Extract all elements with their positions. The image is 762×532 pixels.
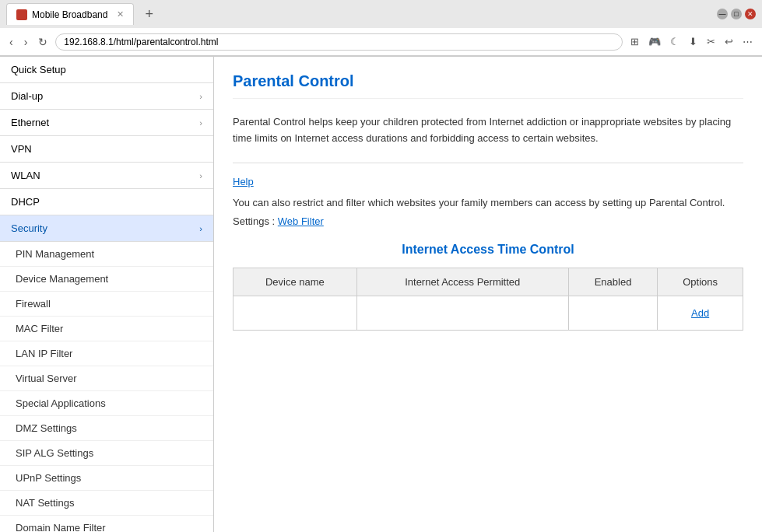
divider bbox=[233, 163, 743, 163]
sidebar-item-quick-setup[interactable]: Quick Setup bbox=[0, 57, 213, 83]
sub-item-pin-management[interactable]: PIN Management bbox=[0, 242, 213, 267]
help-link[interactable]: Help bbox=[233, 176, 254, 187]
download-icon[interactable]: ⬇ bbox=[686, 34, 701, 49]
sub-item-device-management[interactable]: Device Management bbox=[0, 267, 213, 292]
col-enabled: Enabled bbox=[568, 268, 657, 296]
cell-enabled bbox=[568, 296, 657, 331]
col-options: Options bbox=[658, 268, 743, 296]
address-bar: ‹ › ↻ ⊞ 🎮 ☾ ⬇ ✂ ↩ ⋯ bbox=[0, 28, 762, 56]
browser-chrome: Mobile Broadband ✕ + — □ ✕ ‹ › ↻ ⊞ 🎮 ☾ ⬇… bbox=[0, 0, 762, 57]
sub-item-domain-name-filter[interactable]: Domain Name Filter bbox=[0, 516, 213, 532]
toolbar-icons: ⊞ 🎮 ☾ ⬇ ✂ ↩ ⋯ bbox=[627, 34, 756, 49]
forward-button[interactable]: › bbox=[21, 34, 31, 50]
sub-item-firewall[interactable]: Firewall bbox=[0, 292, 213, 317]
chevron-icon: › bbox=[199, 92, 202, 101]
sidebar: Quick Setup Dial-up › Ethernet › VPN WLA… bbox=[0, 57, 214, 532]
new-tab-button[interactable]: + bbox=[140, 6, 158, 23]
url-input[interactable] bbox=[55, 33, 623, 51]
cell-internet-access bbox=[356, 296, 568, 331]
sidebar-item-dhcp[interactable]: DHCP bbox=[0, 189, 213, 215]
sub-item-mac-filter[interactable]: MAC Filter bbox=[0, 317, 213, 341]
main-layout: Quick Setup Dial-up › Ethernet › VPN WLA… bbox=[0, 57, 762, 532]
access-time-table: Device name Internet Access Permitted En… bbox=[233, 268, 743, 331]
web-filter-link[interactable]: Web Filter bbox=[278, 215, 324, 227]
sub-item-virtual-server[interactable]: Virtual Server bbox=[0, 366, 213, 391]
sub-item-lan-ip-filter[interactable]: LAN IP Filter bbox=[0, 341, 213, 366]
cell-device-name bbox=[234, 296, 357, 331]
col-internet-access: Internet Access Permitted bbox=[356, 268, 568, 296]
chevron-icon: › bbox=[199, 171, 202, 180]
profile-icon[interactable]: 🎮 bbox=[645, 34, 664, 49]
tab-title: Mobile Broadband bbox=[32, 9, 107, 20]
page-title: Parental Control bbox=[233, 72, 743, 99]
tab-favicon bbox=[16, 9, 27, 20]
undo-icon[interactable]: ↩ bbox=[722, 34, 736, 49]
sidebar-item-security[interactable]: Security › bbox=[0, 215, 213, 242]
settings-line: Settings : Web Filter bbox=[233, 215, 743, 227]
content-area: Parental Control Parental Control helps … bbox=[214, 57, 762, 532]
sidebar-item-ethernet[interactable]: Ethernet › bbox=[0, 110, 213, 136]
table-section-title: Internet Access Time Control bbox=[233, 243, 743, 257]
settings-prefix: Settings : bbox=[233, 215, 278, 227]
maximize-button[interactable]: □ bbox=[731, 9, 742, 19]
tab-close-button[interactable]: ✕ bbox=[117, 9, 124, 19]
add-link[interactable]: Add bbox=[691, 307, 709, 319]
moon-icon[interactable]: ☾ bbox=[667, 34, 683, 49]
refresh-button[interactable]: ↻ bbox=[35, 34, 51, 50]
minimize-button[interactable]: — bbox=[717, 9, 728, 19]
title-bar: Mobile Broadband ✕ + — □ ✕ bbox=[0, 0, 762, 28]
browser-tab[interactable]: Mobile Broadband ✕ bbox=[6, 3, 134, 25]
sidebar-item-wlan[interactable]: WLAN › bbox=[0, 163, 213, 189]
window-controls: — □ ✕ bbox=[717, 9, 756, 19]
close-button[interactable]: ✕ bbox=[745, 9, 756, 19]
sub-item-upnp-settings[interactable]: UPnP Settings bbox=[0, 466, 213, 491]
sidebar-item-vpn[interactable]: VPN bbox=[0, 136, 213, 163]
description-text: Parental Control helps keep your childre… bbox=[233, 114, 743, 147]
sub-item-sip-alg-settings[interactable]: SIP ALG Settings bbox=[0, 441, 213, 466]
sidebar-item-dial-up[interactable]: Dial-up › bbox=[0, 83, 213, 110]
table-row: Add bbox=[234, 296, 743, 331]
more-menu-button[interactable]: ⋯ bbox=[739, 34, 756, 49]
sub-item-special-applications[interactable]: Special Applications bbox=[0, 391, 213, 416]
sub-item-dmz-settings[interactable]: DMZ Settings bbox=[0, 416, 213, 441]
col-device-name: Device name bbox=[234, 268, 357, 296]
extensions-icon[interactable]: ⊞ bbox=[627, 34, 642, 49]
chevron-icon: › bbox=[199, 118, 202, 128]
back-button[interactable]: ‹ bbox=[6, 34, 16, 50]
chevron-down-icon: › bbox=[199, 224, 202, 233]
cell-options: Add bbox=[658, 296, 743, 331]
scissors-icon[interactable]: ✂ bbox=[704, 34, 718, 49]
help-text: You can also restrict and filter which w… bbox=[233, 195, 743, 212]
sub-item-nat-settings[interactable]: NAT Settings bbox=[0, 491, 213, 516]
